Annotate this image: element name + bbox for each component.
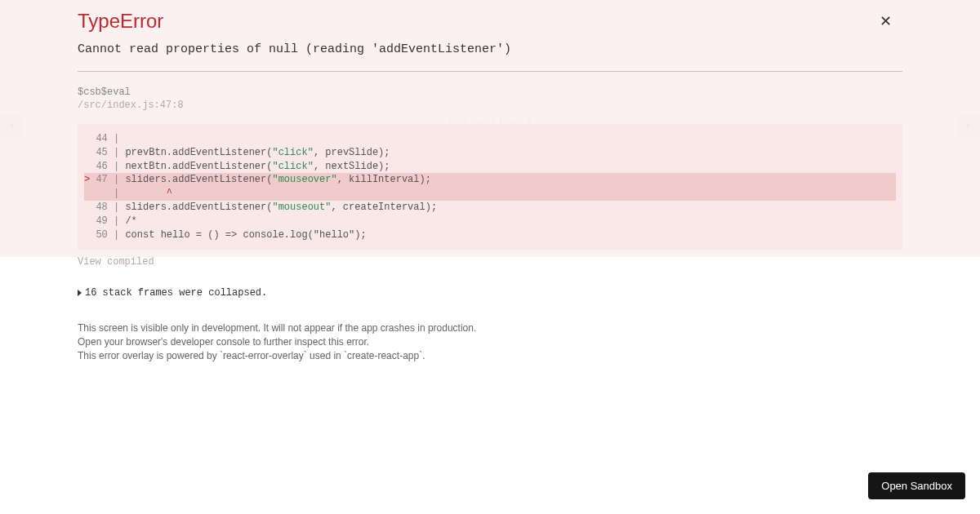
open-sandbox-button[interactable]: Open Sandbox [868,472,965,499]
code-block: 44 | 45 | prevBtn.addEventListener("clic… [78,124,902,250]
code-line: 50 | const hello = () => console.log("he… [84,228,896,242]
eval-label: $csb$eval [78,86,902,98]
info-line-1: This screen is visible only in developme… [78,321,902,335]
divider [78,71,902,72]
code-line: 49 | /* [84,215,896,228]
error-message: Cannot read properties of null (reading … [78,42,902,56]
close-icon: ✕ [880,14,892,29]
code-line: 44 | [84,132,896,146]
code-line: 48 | sliders.addEventListener("mouseout"… [84,201,896,215]
collapsed-frames-label: 16 stack frames were collapsed. [85,287,267,299]
info-line-3: This error overlay is powered by `react-… [78,349,902,363]
code-line-error: > 47 | sliders.addEventListener("mouseov… [84,173,896,187]
expand-arrow-icon [78,290,82,296]
code-line: 45 | prevBtn.addEventListener("click", p… [84,146,896,160]
code-line: 46 | nextBtn.addEventListener("click", n… [84,160,896,174]
close-button[interactable]: ✕ [879,15,892,28]
collapsed-frames-toggle[interactable]: 16 stack frames were collapsed. [78,287,902,299]
error-type-heading: TypeError [78,10,902,33]
view-compiled-link[interactable]: View compiled [78,256,902,268]
info-line-2: Open your browser's developer console to… [78,335,902,349]
file-location: /src/index.js:47:8 [78,100,902,111]
code-line-caret: | ^ [84,187,896,201]
